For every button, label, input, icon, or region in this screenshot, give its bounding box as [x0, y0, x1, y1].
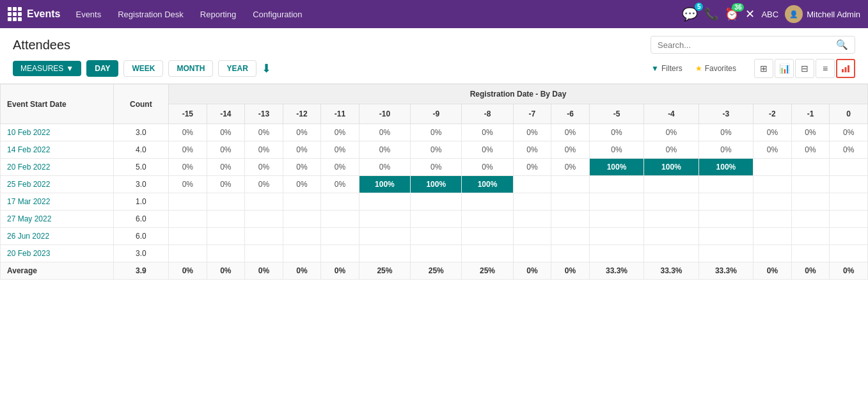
- cell-day-value: 0%: [551, 124, 590, 141]
- cell-day-value: 0%: [321, 159, 359, 176]
- cell-day-value: 100%: [411, 176, 462, 193]
- cell-day-value: [245, 245, 283, 262]
- view-bar-button[interactable]: [836, 59, 855, 78]
- user-name: Mitchell Admin: [807, 10, 860, 19]
- cell-day-value: 0%: [283, 124, 321, 141]
- search-icon[interactable]: 🔍: [836, 39, 848, 51]
- cell-date: 17 Mar 2022: [1, 193, 114, 211]
- col-day-neg14: -14: [207, 104, 245, 124]
- cell-day-value: [207, 228, 245, 245]
- cell-day-value: [791, 245, 830, 262]
- pivot-table: Event Start Date Count Registration Date…: [0, 84, 868, 280]
- cell-day-value: [754, 245, 792, 262]
- cell-day-value: [245, 211, 283, 228]
- clock-badge: 36: [732, 3, 744, 12]
- toolbar-right: ▼ Filters ★ Favorites ⊞ 📊 ⊟ ≡: [646, 59, 855, 78]
- nav-configuration[interactable]: Configuration: [245, 6, 310, 23]
- cell-day-value: 0%: [462, 159, 513, 176]
- cell-average-value: 0%: [245, 262, 283, 280]
- cell-day-value: [830, 245, 868, 262]
- table-row: 25 Feb 20223.00%0%0%0%0%100%100%100%: [1, 176, 868, 193]
- cell-day-value: 0%: [321, 124, 359, 141]
- cell-count: 6.0: [113, 211, 168, 228]
- cell-day-value: [283, 193, 321, 211]
- cell-count: 6.0: [113, 228, 168, 245]
- measures-button[interactable]: MEASURES ▼: [13, 61, 81, 76]
- period-month-button[interactable]: MONTH: [168, 60, 213, 77]
- cell-day-value: [462, 228, 513, 245]
- search-input[interactable]: [658, 40, 836, 50]
- cell-day-value: [513, 211, 551, 228]
- close-icon[interactable]: ✕: [745, 7, 755, 21]
- cell-count: 1.0: [113, 193, 168, 211]
- clock-icon[interactable]: ⏰ 36: [725, 7, 739, 21]
- cell-average-value: 33.3%: [698, 262, 753, 280]
- cell-day-value: [359, 245, 410, 262]
- view-grid-button[interactable]: ⊞: [754, 59, 773, 78]
- period-week-button[interactable]: WEEK: [123, 60, 163, 77]
- cell-day-value: [644, 193, 698, 211]
- cell-day-value: [791, 193, 830, 211]
- cell-day-value: [698, 176, 753, 193]
- cell-date: 26 Jun 2022: [1, 228, 114, 245]
- search-bar[interactable]: 🔍: [651, 36, 855, 54]
- app-brand[interactable]: Events: [8, 7, 60, 21]
- svg-rect-0: [842, 69, 844, 72]
- period-year-button[interactable]: YEAR: [218, 60, 256, 77]
- toolbar: MEASURES ▼ DAY WEEK MONTH YEAR ⬇ ▼ Filte…: [0, 54, 868, 84]
- cell-count: 3.0: [113, 124, 168, 141]
- cell-day-value: [754, 176, 792, 193]
- filters-button[interactable]: ▼ Filters: [646, 61, 688, 76]
- nav-reporting[interactable]: Reporting: [193, 6, 244, 23]
- view-pivot-button[interactable]: ⊟: [795, 59, 814, 78]
- cell-day-value: [245, 228, 283, 245]
- average-row: Average3.90%0%0%0%0%25%25%25%0%0%33.3%33…: [1, 262, 868, 280]
- cell-day-value: [791, 159, 830, 176]
- col-day-neg12: -12: [283, 104, 321, 124]
- cell-day-value: 0%: [283, 159, 321, 176]
- cell-day-value: [830, 228, 868, 245]
- cell-day-value: [411, 228, 462, 245]
- cell-day-value: 0%: [245, 124, 283, 141]
- table-row: 27 May 20226.0: [1, 211, 868, 228]
- cell-day-value: [698, 245, 753, 262]
- page-header: Attendees 🔍: [0, 28, 868, 54]
- cell-day-value: [411, 193, 462, 211]
- page-title: Attendees: [13, 38, 70, 52]
- cell-day-value: [830, 159, 868, 176]
- cell-day-value: [207, 211, 245, 228]
- cell-day-value: 0%: [245, 159, 283, 176]
- cell-average-value: 0%: [283, 262, 321, 280]
- top-navigation: Events Events Registration Desk Reportin…: [0, 0, 868, 28]
- download-button[interactable]: ⬇: [262, 61, 271, 76]
- period-day-button[interactable]: DAY: [86, 60, 118, 77]
- cell-day-value: 0%: [245, 176, 283, 193]
- col-day-neg10: -10: [359, 104, 410, 124]
- favorites-button[interactable]: ★ Favorites: [690, 61, 741, 76]
- cell-day-value: 0%: [245, 141, 283, 159]
- cell-day-value: [411, 211, 462, 228]
- cell-day-value: 0%: [283, 141, 321, 159]
- table-row: 10 Feb 20223.00%0%0%0%0%0%0%0%0%0%0%0%0%…: [1, 124, 868, 141]
- col-count: Count: [113, 84, 168, 124]
- user-menu[interactable]: ABC: [761, 10, 778, 19]
- table-row: 20 Feb 20233.0: [1, 245, 868, 262]
- view-chart-button[interactable]: 📊: [775, 59, 794, 78]
- phone-icon[interactable]: 📞: [704, 7, 718, 21]
- nav-registration-desk[interactable]: Registration Desk: [110, 6, 191, 23]
- cell-day-value: 0%: [321, 176, 359, 193]
- chat-icon[interactable]: 💬 5: [682, 6, 698, 22]
- col-day-neg7: -7: [513, 104, 551, 124]
- cell-day-value: [698, 228, 753, 245]
- cell-day-value: [791, 211, 830, 228]
- cell-day-value: [207, 193, 245, 211]
- cell-date: 14 Feb 2022: [1, 141, 114, 159]
- nav-links: Events Registration Desk Reporting Confi…: [68, 6, 310, 23]
- user-profile[interactable]: 👤 Mitchell Admin: [785, 5, 860, 23]
- cell-day-value: 0%: [551, 141, 590, 159]
- view-list-button[interactable]: ≡: [816, 59, 835, 78]
- cell-day-value: 0%: [359, 159, 410, 176]
- cell-day-value: 0%: [169, 176, 207, 193]
- nav-events[interactable]: Events: [68, 6, 109, 23]
- cell-day-value: 100%: [698, 159, 753, 176]
